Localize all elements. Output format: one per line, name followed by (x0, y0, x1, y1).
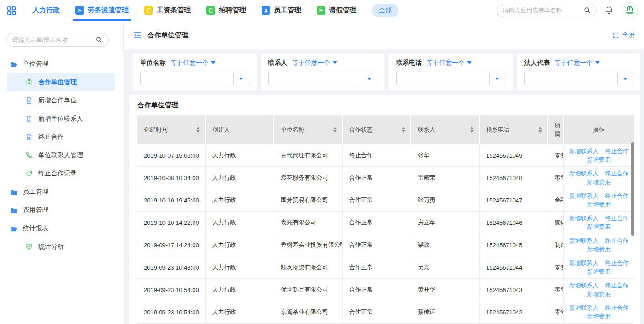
add-fee-link[interactable]: 新增费用 (587, 268, 611, 276)
filter-label: 法人代表 (524, 58, 550, 67)
column-header[interactable]: 联系人 (411, 115, 480, 144)
sidebar-item[interactable]: 统计分析 (7, 238, 115, 256)
sidebar-item[interactable]: 新增单位联系人 (7, 110, 115, 128)
cell-company: 顺友物资有限公司 (274, 256, 343, 278)
filter-select-value[interactable] (141, 72, 233, 85)
add-contact-link[interactable]: 新增联系人 (569, 170, 599, 178)
app-search-input[interactable] (503, 7, 583, 14)
add-fee-link[interactable]: 新增费用 (587, 156, 611, 164)
add-contact-link[interactable]: 新增联系人 (569, 304, 599, 312)
filter-select-button[interactable] (617, 72, 633, 85)
add-fee-link[interactable]: 新增费用 (587, 223, 611, 231)
sort-icon[interactable] (470, 127, 474, 133)
terminate-cooperation-link[interactable]: 终止合作 (605, 170, 629, 178)
terminate-cooperation-link[interactable]: 终止合作 (605, 282, 629, 290)
sort-icon[interactable] (539, 127, 542, 133)
filter-select[interactable] (268, 72, 377, 85)
table-title: 合作单位管理 (137, 101, 634, 110)
sidebar-item[interactable]: 终止合作 (7, 128, 115, 146)
sort-icon[interactable] (333, 127, 337, 133)
sort-icon[interactable] (402, 127, 405, 133)
sidebar-item[interactable]: 员工管理 (7, 183, 115, 201)
topbar-tab[interactable]: 员工管理 (262, 0, 301, 21)
cell-industry: 零售 (548, 256, 564, 278)
filter-operator[interactable]: 等于任意一个 (426, 58, 471, 67)
sidebar-item[interactable]: 费用管理 (7, 201, 115, 219)
add-fee-link[interactable]: 新增费用 (587, 313, 611, 321)
filter-select-value[interactable] (525, 72, 618, 85)
folder-icon (10, 207, 18, 214)
cell-creator: 人力行政 (206, 144, 274, 166)
topbar-right (497, 2, 638, 18)
filter-select[interactable] (524, 72, 634, 85)
terminate-cooperation-link[interactable]: 终止合作 (605, 214, 629, 223)
sidebar-search-input[interactable] (12, 37, 95, 43)
search-icon[interactable] (583, 6, 591, 14)
column-header[interactable]: 创建时间 (137, 115, 206, 144)
column-header-label: 合作状态 (349, 126, 373, 134)
filter-select[interactable] (396, 72, 505, 85)
column-header[interactable]: 合作状态 (343, 115, 411, 144)
search-icon[interactable] (95, 36, 103, 43)
add-fee-link[interactable]: 新增费用 (587, 290, 611, 298)
add-fee-link[interactable]: 新增费用 (587, 245, 611, 254)
add-contact-link[interactable]: 新增联系人 (569, 214, 599, 223)
cell-contact: 张华 (411, 144, 480, 166)
terminate-cooperation-link[interactable]: 终止合作 (605, 304, 629, 312)
terminate-cooperation-link[interactable]: 终止合作 (605, 259, 629, 267)
chevron-down-icon (623, 78, 627, 80)
topbar-tab[interactable]: 工资条管理 (144, 0, 191, 21)
menu-fold-icon[interactable] (133, 31, 142, 40)
filter-select-button[interactable] (233, 72, 249, 85)
terminate-cooperation-link[interactable]: 终止合作 (605, 237, 629, 245)
filter-operator[interactable]: 等于任意一个 (555, 58, 600, 67)
vertical-scrollbar[interactable] (631, 142, 634, 236)
all-apps-pill[interactable]: 全部 (372, 4, 398, 17)
tab-label: 员工管理 (274, 6, 301, 15)
column-header[interactable]: 单位名称 (274, 115, 343, 144)
sidebar-item[interactable]: 合作单位管理 (7, 73, 115, 91)
topbar-tab[interactable]: 招聘管理 (206, 0, 246, 21)
sidebar-item-label: 单位管理 (23, 60, 48, 68)
sidebar-item[interactable]: 终止合作记录 (7, 165, 115, 183)
filter-select-button[interactable] (361, 72, 377, 85)
cell-status: 合作正常 (343, 256, 411, 278)
filter-select-value[interactable] (397, 72, 489, 85)
app-grid-icon[interactable] (6, 5, 16, 16)
filter-operator[interactable]: 等于任意一个 (292, 58, 337, 67)
add-contact-link[interactable]: 新增联系人 (569, 282, 599, 290)
sidebar-search[interactable] (6, 33, 109, 47)
filter-select[interactable] (140, 72, 249, 85)
filter-select-button[interactable] (489, 72, 505, 85)
column-header: 所属 (548, 115, 564, 144)
app-search[interactable] (497, 4, 597, 17)
sidebar-item[interactable]: 新增合作单位 (7, 91, 115, 110)
column-header[interactable]: 联系电话 (480, 115, 548, 144)
sort-icon[interactable] (196, 127, 200, 133)
fullscreen-button[interactable]: 全屏 (613, 31, 635, 39)
add-contact-link[interactable]: 新增联系人 (569, 259, 599, 267)
sidebar-item[interactable]: 单位联系人管理 (7, 146, 115, 165)
table-row: 2019-09-17 14:24:00人力行政香榭园实业投资有限公司合作正常梁政… (137, 234, 634, 256)
cell-actions: 新增联系人 终止合作 新增费用 (564, 167, 634, 189)
cell-contact: 房立军 (411, 212, 480, 234)
terminate-cooperation-link[interactable]: 终止合作 (605, 147, 629, 155)
sidebar-item[interactable]: 单位管理 (7, 55, 115, 73)
filter-operator[interactable]: 等于任意一个 (170, 58, 215, 67)
sidebar-item[interactable]: 统计报表 (7, 219, 115, 238)
add-contact-link[interactable]: 新增联系人 (569, 147, 599, 155)
add-fee-link[interactable]: 新增费用 (587, 178, 611, 186)
topbar-tab[interactable]: 请假管理 (317, 0, 356, 21)
add-contact-link[interactable]: 新增联系人 (569, 237, 599, 245)
tab-label: 劳务派遣管理 (88, 6, 129, 15)
avatar[interactable] (622, 2, 638, 18)
add-contact-link[interactable]: 新增联系人 (569, 192, 599, 200)
terminate-cooperation-link[interactable]: 终止合作 (605, 192, 629, 200)
table-row: 2019-09-23 10:43:00人力行政顺友物资有限公司合作正常吴亮152… (137, 256, 634, 279)
filter-select-value[interactable] (269, 72, 361, 85)
topbar-tab[interactable]: 劳务派遣管理 (75, 0, 129, 21)
add-fee-link[interactable]: 新增费用 (587, 201, 611, 209)
data-table: 创建时间创建人单位名称合作状态联系人联系电话所属操作 2019-10-07 15… (137, 115, 634, 324)
workspace-name[interactable]: 人力行政 (32, 6, 60, 15)
bell-icon[interactable] (605, 5, 613, 15)
